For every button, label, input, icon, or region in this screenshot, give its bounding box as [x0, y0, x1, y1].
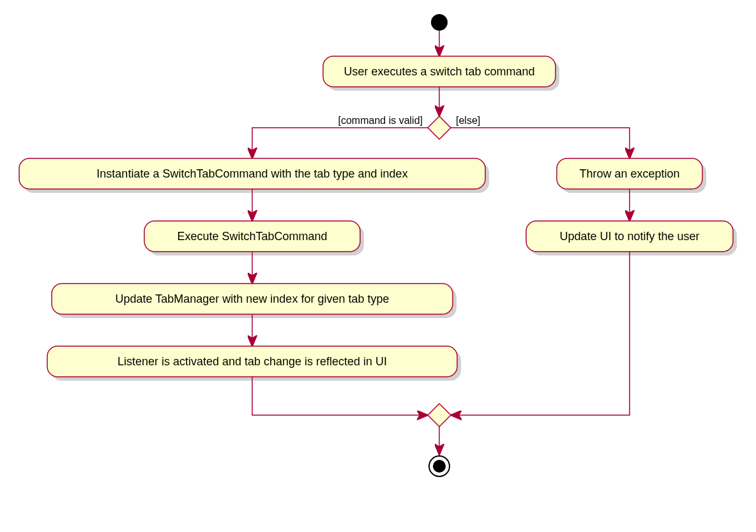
edge-n7-merge	[452, 252, 630, 415]
activity-diagram: User executes a switch tab command [comm…	[0, 0, 756, 532]
final-node-inner	[433, 460, 446, 473]
action-instantiate-label: Instantiate a SwitchTabCommand with the …	[96, 167, 407, 180]
action-update-tabmanager-label: Update TabManager with new index for giv…	[116, 293, 389, 305]
action-update-ui-label: Update UI to notify the user	[559, 230, 699, 243]
action-execute-label: Execute SwitchTabCommand	[177, 230, 327, 243]
guard-left: [command is valid]	[338, 115, 423, 126]
edge-n5-merge	[252, 377, 427, 415]
action-user-executes-label: User executes a switch tab command	[344, 65, 534, 78]
edge-d1-n2	[252, 128, 428, 157]
guard-right: [else]	[456, 115, 480, 126]
merge-node	[428, 404, 451, 427]
edge-d1-n6	[451, 128, 630, 157]
decision-command-valid	[428, 116, 451, 139]
action-throw-label: Throw an exception	[579, 167, 679, 180]
action-listener-label: Listener is activated and tab change is …	[117, 355, 387, 368]
initial-node	[431, 14, 448, 31]
